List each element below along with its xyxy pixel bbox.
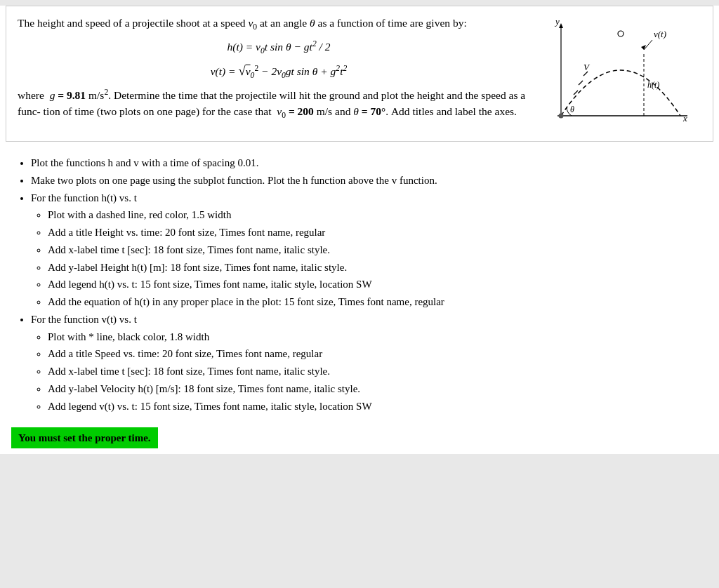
v-sub-item-2: Add a title Speed vs. time: 20 font size… [48,345,702,363]
h-sub-list: Plot with a dashed line, red color, 1.5 … [48,206,702,311]
svg-text:v(t): v(t) [654,29,666,39]
svg-text:x: x [682,113,687,123]
main-container: The height and speed of a projectile sho… [0,6,719,454]
svg-point-12 [618,31,624,36]
v-sub-item-1: Plot with * line, black color, 1.8 width [48,328,702,346]
problem-text: The height and speed of a projectile sho… [18,15,540,122]
v-sub-item-3: Add x-label time t [sec]: 18 font size, … [48,363,702,380]
h-sub-item-6: Add the equation of h(t) in any proper p… [48,293,702,311]
problem-intro: The height and speed of a projectile sho… [18,15,540,34]
h-sub-item-2: Add a title Height vs. time: 20 font siz… [48,224,702,241]
v-sub-item-4: Add y-label Velocity h(t) [m/s]: 18 font… [48,380,702,398]
svg-point-13 [559,114,564,119]
svg-text:θ: θ [570,105,574,114]
svg-text:V: V [583,62,591,72]
instructions-area: Plot the functions h and v with a time o… [6,147,713,422]
equation-h: h(t) = v0t sin θ − gt2 / 2 [18,38,540,58]
v-sub-list: Plot with * line, black color, 1.8 width… [48,328,702,415]
svg-line-8 [579,81,583,85]
warning-bar: You must set the proper time. [11,427,158,448]
svg-text:y: y [554,18,560,27]
h-sub-item-4: Add y-label Height h(t) [m]: 18 font siz… [48,259,702,276]
v-sub-item-5: Add legend v(t) vs. t: 15 font size, Tim… [48,398,702,415]
svg-marker-2 [559,23,563,28]
instruction-item-1: Plot the functions h and v with a time o… [31,154,702,172]
svg-line-4 [644,40,652,50]
problem-diagram: v(t) V h(t) θ [547,18,701,133]
main-list: Plot the functions h and v with a time o… [31,154,702,415]
problem-box: The height and speed of a projectile sho… [6,6,713,142]
problem-body: where g = 9.81 m/s2. Determine the time … [18,86,540,122]
svg-marker-5 [641,45,646,50]
h-sub-item-1: Plot with a dashed line, red color, 1.5 … [48,206,702,224]
h-sub-item-3: Add x-label time t [sec]: 18 font size, … [48,241,702,259]
instruction-item-h: For the function h(t) vs. t Plot with a … [31,189,702,311]
equation-v: v(t) = √v02 − 2v0gt sin θ + g2t2 [18,61,540,82]
warning-container: You must set the proper time. [6,425,713,454]
instruction-item-v: For the function v(t) vs. t Plot with * … [31,311,702,415]
warning-text: You must set the proper time. [18,432,151,443]
svg-line-7 [574,91,578,95]
svg-text:h(t): h(t) [647,80,659,90]
h-sub-item-5: Add legend h(t) vs. t: 15 font size, Tim… [48,276,702,293]
instruction-item-2: Make two plots on one page using the sub… [31,172,702,189]
trajectory-diagram: v(t) V h(t) θ [547,18,694,130]
